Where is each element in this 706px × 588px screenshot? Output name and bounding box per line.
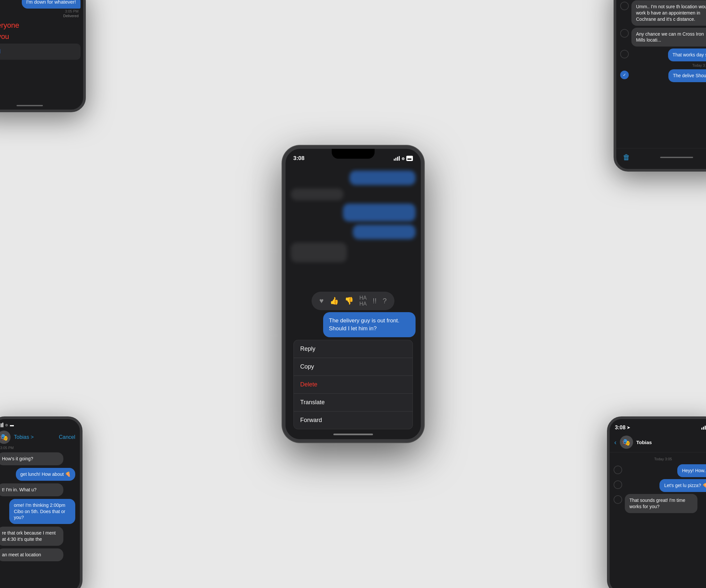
context-translate[interactable]: Translate [294, 394, 413, 412]
trash-icon[interactable]: 🗑 [623, 153, 630, 162]
rtp-radio-4-checked[interactable]: ✓ [620, 71, 629, 79]
rtp-recv-row-2: Any chance we can m Cross Iron Mills loc… [616, 28, 706, 47]
blurred-messages-area [285, 165, 421, 292]
react-thumbsdown-icon[interactable]: 👎 [345, 297, 353, 305]
blurred-bubble-3 [343, 204, 416, 221]
lbp-wifi-icon: ⌾ [5, 422, 8, 427]
lbp-sent-bubble-1: get lunch! How about 🍕 [16, 468, 75, 481]
lbp-status-bar: ⌾ ▬ [0, 419, 80, 429]
react-haha-icon[interactable]: HAHA [359, 295, 367, 307]
lbp-recv-bubble-2: t! I'm in. What u? [0, 484, 63, 496]
ltp-red-text-everyone: or everyone [0, 20, 83, 31]
rbp-chat-area: Today 3:05 Heyy! How... Let's get lu piz… [610, 452, 706, 585]
react-heart-icon[interactable]: ♥ [319, 297, 324, 305]
center-wifi-icon: ⌾ [402, 156, 404, 161]
lbp-battery-icon: ▬ [10, 423, 14, 427]
rtp-radio-3[interactable] [620, 50, 629, 58]
center-home-bar [334, 433, 373, 435]
rbp-recv-row-1: That sounds great! I'm time works for yo… [610, 494, 706, 513]
lbp-contact-name[interactable]: Tobias > [14, 434, 34, 440]
rtp-sent-row-3: ✓ The delive Should I le... [616, 69, 706, 82]
rbp-radio-1[interactable] [614, 466, 622, 474]
rbp-sent-row-1: Heyy! How... [610, 464, 706, 477]
blurred-bubble-4 [353, 225, 416, 239]
rbp-status-icons: ▬ [701, 426, 706, 430]
ltp-cancel-row: cancel [0, 44, 81, 60]
phone-notch [332, 149, 375, 159]
rtp-sent-bubble-2: That works day so I'm... [668, 48, 706, 61]
context-delete[interactable]: Delete [294, 376, 413, 394]
rtp-radio-1[interactable] [620, 2, 629, 10]
lbp-recv-bubble-3: re that ork because I ment at 4:30 it's … [0, 527, 63, 546]
rtp-timestamp: Today 3:05 [620, 64, 706, 67]
lbp-timestamp: y 3:05 PM [0, 446, 80, 451]
rbp-sent-bubble-2: Let's get lu pizza? 🍕 [660, 479, 706, 492]
react-thumbsup-icon[interactable]: 👍 [330, 297, 339, 305]
rtp-sent-row-2: That works day so I'm... [616, 48, 706, 61]
rbp-avatar: 🎭 [620, 435, 633, 449]
rtp-recv-row-1: Umm.. I'm not sure th location would wor… [616, 0, 706, 26]
rbp-timestamp: Today 3:05 [610, 456, 706, 462]
focused-message-bubble: The delivery guy is out front. Should I … [323, 312, 416, 337]
right-bottom-phone: 3:08 ➤ ▬ ‹ 🎭 Tobias Today 3:05 Heyy! How… [607, 416, 706, 588]
rbp-recv-bubble-1: That sounds great! I'm time works for yo… [625, 494, 697, 513]
reaction-bar[interactable]: ♥ 👍 👎 HAHA !! ? [312, 292, 395, 310]
blurred-bubble-2 [291, 188, 344, 200]
rbp-status-bar: 3:08 ➤ ▬ [610, 419, 706, 433]
rbp-radio-3[interactable] [614, 495, 622, 504]
react-emphasis-icon[interactable]: !! [372, 297, 377, 305]
center-battery-icon: ▬ [406, 156, 413, 161]
rbp-signal-icon [701, 426, 706, 430]
rbp-home-area [610, 585, 706, 588]
rbp-sent-bubble-1: Heyy! How... [677, 464, 706, 477]
lbp-avatar: 🎭 [0, 431, 10, 444]
blurred-bubble-1 [350, 171, 416, 185]
rtp-home-bar [660, 157, 693, 158]
center-home-indicator [285, 429, 421, 439]
rtp-sent-bubble-3: The delive Should I le... [668, 69, 706, 82]
ltp-sent-message: I'm down for whatever! [22, 0, 81, 9]
center-time: 3:08 [293, 155, 305, 162]
rtp-recv-bubble-2: Any chance we can m Cross Iron Mills loc… [631, 28, 706, 47]
rtp-trash-row: 🗑 [616, 148, 706, 166]
left-bottom-phone: ⌾ ▬ 🎭 Tobias > Cancel y 3:05 PM How's it… [0, 416, 82, 588]
right-top-phone: at Via Cibo work for yo... Umm.. I'm not… [614, 0, 706, 172]
context-copy[interactable]: Copy [294, 358, 413, 376]
context-reply[interactable]: Reply [294, 340, 413, 358]
ltp-delivered-label: Delivered [0, 14, 83, 18]
lbp-recv-bubble-4: an meet at location [0, 548, 63, 561]
left-top-phone: I'm down for whatever! 3:05 PM Delivered… [0, 0, 86, 112]
blurred-bubble-5 [291, 243, 347, 262]
center-phone: 3:08 ⌾ ▬ ♥ 👍 👎 HAHA !! [282, 145, 424, 443]
rbp-radio-2[interactable] [614, 480, 622, 489]
rtp-radio-2[interactable] [620, 29, 629, 38]
center-chat-area: ♥ 👍 👎 HAHA !! ? The delivery guy is out … [285, 165, 421, 439]
lbp-signal [0, 423, 3, 427]
lbp-recv-bubble-1: How's it going? [0, 452, 63, 465]
lbp-cancel-button[interactable]: Cancel [59, 434, 75, 440]
rbp-header: ‹ 🎭 Tobias [610, 433, 706, 452]
ltp-red-text-you: e for you [0, 31, 83, 42]
lbp-sent-bubble-2: ome! I'm thinking 2:00pm Cibo on 5th. Do… [9, 499, 75, 524]
rbp-location-arrow: ➤ [627, 425, 630, 430]
ltp-timestamp: 3:05 PM [0, 9, 83, 13]
lbp-home-area [0, 585, 80, 588]
context-forward[interactable]: Forward [294, 412, 413, 429]
center-signal-icon [394, 156, 400, 161]
rtp-chat-area: at Via Cibo work for yo... Umm.. I'm not… [616, 0, 706, 169]
rbp-time: 3:08 ➤ [615, 425, 630, 431]
ltp-home-area [0, 101, 83, 110]
rbp-back-button[interactable]: ‹ [614, 438, 617, 446]
lbp-contact-row: 🎭 Tobias > Cancel [0, 429, 80, 446]
rbp-sent-row-2: Let's get lu pizza? 🍕 [610, 479, 706, 492]
rtp-recv-bubble-1: Umm.. I'm not sure th location would wor… [631, 0, 706, 26]
center-status-icons: ⌾ ▬ [394, 156, 413, 161]
react-question-icon[interactable]: ? [383, 297, 387, 305]
ltp-cancel-button[interactable]: cancel [0, 48, 1, 55]
rbp-contact-name[interactable]: Tobias [636, 439, 652, 445]
ltp-home-bar [16, 105, 43, 106]
context-menu: Reply Copy Delete Translate Forward [293, 340, 413, 429]
